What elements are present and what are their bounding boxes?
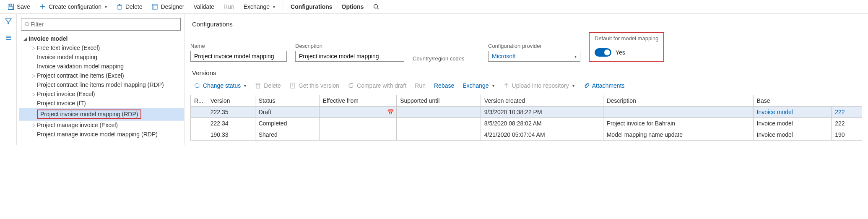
- paperclip-icon: [583, 82, 590, 89]
- cell[interactable]: Invoice model: [753, 107, 832, 118]
- description-input[interactable]: [295, 51, 404, 62]
- tree-item-label: Project contract line items (Excel): [37, 72, 124, 79]
- attachments-button[interactable]: Attachments: [581, 81, 626, 90]
- run-button[interactable]: Run: [219, 2, 239, 12]
- calendar-icon[interactable]: 📅: [387, 109, 394, 115]
- tree-item[interactable]: ▷Project contract line items (Excel): [19, 71, 184, 80]
- cell[interactable]: 222.34: [207, 118, 255, 129]
- tree-item[interactable]: ▷Free text invoice (Excel): [19, 43, 184, 52]
- col-status[interactable]: Status: [255, 95, 319, 107]
- tree-item[interactable]: Project invoice model mapping (RDP): [19, 108, 184, 120]
- cell[interactable]: [319, 118, 397, 129]
- cell[interactable]: [191, 129, 207, 141]
- tree-root[interactable]: ◢ Invoice model: [19, 34, 184, 43]
- version-exchange-button[interactable]: Exchange▾: [461, 81, 496, 90]
- cell[interactable]: 190: [832, 129, 862, 141]
- cell[interactable]: [603, 107, 753, 118]
- cell[interactable]: [397, 118, 481, 129]
- tree-item[interactable]: ▷Project manage invoice (Excel): [19, 120, 184, 130]
- configurations-tab[interactable]: Configurations: [286, 2, 337, 12]
- options-tab[interactable]: Options: [338, 2, 368, 12]
- cell[interactable]: 4/21/2020 05:07:04 AM: [481, 129, 603, 141]
- col-base[interactable]: Base: [753, 95, 862, 107]
- cell[interactable]: 📅: [319, 107, 397, 118]
- designer-button[interactable]: Designer: [147, 2, 188, 12]
- tree-item[interactable]: Invoice model mapping: [19, 52, 184, 62]
- svg-point-17: [25, 22, 29, 26]
- list-icon[interactable]: [5, 34, 12, 42]
- cell[interactable]: 9/3/2020 10:38:22 PM: [481, 107, 603, 118]
- save-button[interactable]: Save: [3, 2, 34, 12]
- expand-icon[interactable]: ▷: [30, 45, 37, 51]
- search-icon: [24, 21, 31, 28]
- svg-line-18: [28, 25, 29, 26]
- collapse-icon[interactable]: ◢: [22, 36, 29, 42]
- col-created[interactable]: Version created: [481, 95, 603, 107]
- cell[interactable]: Draft: [255, 107, 319, 118]
- tree-item[interactable]: Project contract line items model mappin…: [19, 80, 184, 89]
- detail-pane: Configurations Name Description Country/…: [185, 14, 868, 145]
- create-config-button[interactable]: Create configuration▾: [35, 2, 111, 12]
- name-input[interactable]: [190, 51, 287, 62]
- validate-button[interactable]: Validate: [190, 2, 219, 12]
- change-status-button[interactable]: Change status▾: [192, 81, 248, 90]
- expand-icon[interactable]: ▷: [30, 73, 37, 78]
- app-toolbar: Save Create configuration▾ Delete Design…: [0, 0, 868, 14]
- search-button[interactable]: [369, 2, 384, 12]
- cell[interactable]: [191, 118, 207, 129]
- version-row[interactable]: 222.34Completed8/5/2020 08:28:02 AMProje…: [191, 118, 862, 129]
- default-mapping-toggle[interactable]: [595, 48, 611, 57]
- version-row[interactable]: 222.35Draft📅9/3/2020 10:38:22 PMInvoice …: [191, 107, 862, 118]
- cell[interactable]: Invoice model: [753, 118, 832, 129]
- description-label: Description: [295, 43, 404, 49]
- col-rowhandle[interactable]: R...: [191, 95, 207, 107]
- cell[interactable]: Shared: [255, 129, 319, 141]
- get-version-button[interactable]: Get this version: [288, 81, 341, 90]
- provider-select[interactable]: Microsoft ▾: [488, 51, 580, 62]
- col-effective[interactable]: Effective from: [319, 95, 397, 107]
- tree-root-label: Invoice model: [29, 35, 68, 42]
- tree-item-label: Project invoice (Excel): [37, 91, 95, 97]
- rebase-button[interactable]: Rebase: [432, 81, 456, 90]
- cell[interactable]: [397, 107, 481, 118]
- tree-item-label: Project invoice (IT): [37, 100, 86, 107]
- exchange-button[interactable]: Exchange▾: [239, 2, 279, 12]
- cell[interactable]: [191, 107, 207, 118]
- col-version[interactable]: Version: [207, 95, 255, 107]
- cell[interactable]: [397, 129, 481, 141]
- trash-icon: [116, 3, 123, 10]
- svg-point-11: [374, 5, 378, 8]
- filter-box[interactable]: [21, 18, 181, 31]
- cell[interactable]: Project invoice for Bahrain: [603, 118, 753, 129]
- compare-button[interactable]: Compare with draft: [346, 81, 408, 90]
- cell[interactable]: Invoice model: [753, 129, 832, 141]
- cell[interactable]: 222: [832, 118, 862, 129]
- cell[interactable]: 8/5/2020 08:28:02 AM: [481, 118, 603, 129]
- tree-item[interactable]: Project manage invoice model mapping (RD…: [19, 130, 184, 139]
- version-run-button[interactable]: Run: [413, 81, 427, 90]
- expand-icon[interactable]: ▷: [30, 123, 37, 128]
- compare-icon: [348, 82, 354, 89]
- cell[interactable]: [319, 129, 397, 141]
- expand-icon[interactable]: ▷: [30, 91, 37, 97]
- cell[interactable]: 222: [832, 107, 862, 118]
- tree-item[interactable]: Project invoice (IT): [19, 99, 184, 108]
- delete-button[interactable]: Delete: [112, 2, 146, 12]
- svg-rect-19: [256, 84, 260, 88]
- filter-icon[interactable]: [5, 18, 12, 26]
- col-supported[interactable]: Supported until: [397, 95, 481, 107]
- filter-input[interactable]: [31, 21, 178, 28]
- cell[interactable]: Completed: [255, 118, 319, 129]
- chevron-down-icon: ▾: [572, 83, 574, 88]
- version-row[interactable]: 190.33Shared4/21/2020 05:07:04 AMModel m…: [191, 129, 862, 141]
- section-title: Configurations: [192, 21, 862, 28]
- tree-item[interactable]: Invoice validation model mapping: [19, 62, 184, 71]
- col-description[interactable]: Description: [603, 95, 753, 107]
- designer-icon: [151, 3, 158, 10]
- upload-button[interactable]: Upload into repository▾: [501, 81, 576, 90]
- version-delete-button[interactable]: Delete: [253, 81, 282, 90]
- cell[interactable]: Model mapping name update: [603, 129, 753, 141]
- tree-item[interactable]: ▷Project invoice (Excel): [19, 89, 184, 99]
- cell[interactable]: 222.35: [207, 107, 255, 118]
- cell[interactable]: 190.33: [207, 129, 255, 141]
